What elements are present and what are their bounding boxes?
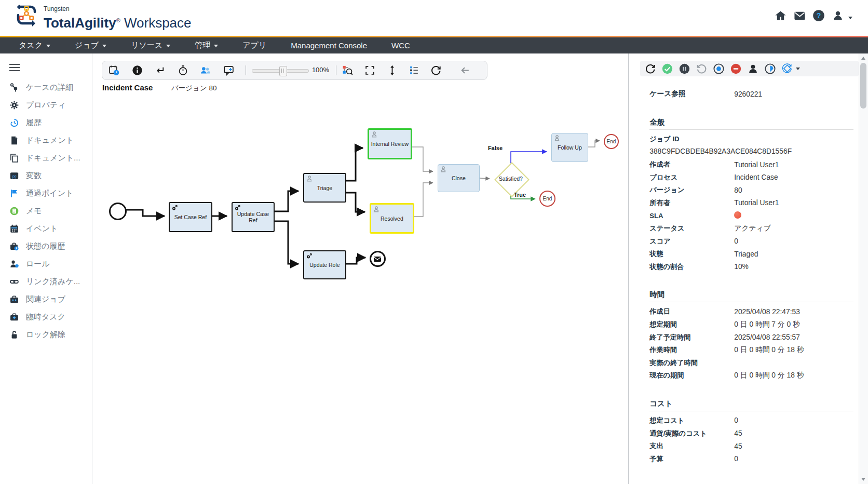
- details-section: 時間作成日2025/04/08 22:47:53想定期間0 日 0 時間 7 分…: [649, 289, 853, 382]
- sidebar-item-documents[interactable]: ドキュメント: [0, 131, 92, 149]
- detail-row: 通貨/実際のコスト45: [649, 427, 853, 440]
- detail-row: 状態Triaged: [649, 248, 853, 261]
- node-label: Follow Up: [558, 144, 582, 151]
- gears-icon: [234, 204, 241, 211]
- detail-value: 0: [734, 237, 738, 245]
- sidebar-item-variables[interactable]: (x)変数: [0, 167, 92, 184]
- end-event-node-follow-up[interactable]: End: [604, 134, 619, 149]
- activity-node-resolved[interactable]: Resolved: [370, 203, 414, 234]
- fit-screen-icon[interactable]: [364, 65, 375, 76]
- undo-icon[interactable]: [696, 63, 707, 74]
- zoom-slider[interactable]: [252, 69, 309, 73]
- chevron-down-icon[interactable]: [796, 68, 800, 70]
- retry-icon[interactable]: [782, 63, 793, 74]
- suspend-icon[interactable]: [730, 63, 741, 74]
- vertical-scrollbar[interactable]: [859, 53, 868, 484]
- milestones-list-icon[interactable]: [409, 65, 419, 76]
- brand-tungsten: Tungsten: [44, 5, 192, 12]
- sidebar-item-adhoc-tasks[interactable]: 臨時タスク: [0, 308, 92, 326]
- end-event-node-true[interactable]: End: [539, 191, 555, 207]
- details-section: 全般ジョブ ID388C9FDCBDEB4B92A3ACE084C8D1556F…: [649, 117, 853, 274]
- nav-item-jobs[interactable]: ジョブ: [75, 41, 106, 50]
- sidebar-item-related-jobs[interactable]: 関連ジョブ: [0, 290, 92, 308]
- detail-value: 10%: [734, 263, 749, 271]
- activity-node-update-case-ref[interactable]: Update Case Ref: [232, 202, 275, 232]
- activity-node-close[interactable]: Close: [438, 164, 480, 192]
- sidebar-item-documents-more[interactable]: ドキュメント...: [0, 149, 92, 167]
- message-end-event-node[interactable]: [370, 251, 386, 267]
- sidebar-item-properties[interactable]: プロパティ: [0, 96, 92, 114]
- timer-icon[interactable]: [178, 65, 188, 76]
- decision-node-satisfied[interactable]: Satisfied?: [499, 167, 522, 190]
- resources-icon[interactable]: [200, 65, 211, 76]
- sidebar-item-linked-cases[interactable]: リンク済みケ...: [0, 273, 92, 290]
- detail-value: 0: [734, 416, 738, 424]
- detail-value: 9260221: [734, 90, 762, 98]
- sidebar-item-notes[interactable]: メモ: [0, 202, 92, 220]
- activity-node-internal-review[interactable]: Internal Review: [368, 128, 412, 159]
- chevron-down-icon[interactable]: [848, 17, 852, 19]
- sla-status-dot: [734, 211, 741, 219]
- process-search-icon[interactable]: [342, 65, 353, 76]
- section-title: 全般: [649, 117, 853, 127]
- activity-node-set-case-ref[interactable]: Set Case Ref: [169, 202, 212, 232]
- section-title: 時間: [649, 289, 853, 300]
- detail-value: [734, 211, 741, 220]
- gear-icon: [9, 100, 19, 110]
- help-icon[interactable]: ?: [812, 9, 825, 22]
- back-icon[interactable]: [459, 65, 470, 76]
- detail-row: 想定期間0 日 0 時間 7 分 0 秒: [649, 318, 853, 331]
- scroll-up-icon[interactable]: [861, 57, 865, 60]
- activity-node-follow-up[interactable]: Follow Up: [551, 133, 588, 162]
- pause-icon[interactable]: [679, 63, 690, 74]
- user-icon[interactable]: [831, 9, 845, 22]
- refresh-icon[interactable]: [430, 65, 441, 76]
- detail-value: 0 日 0 時間 0 分 18 秒: [734, 345, 804, 355]
- sidebar-item-state-history[interactable]: 状態の履歴: [0, 237, 92, 255]
- node-label: Update Case Ref: [233, 211, 274, 223]
- sidebar-item-label: リンク済みケ...: [26, 277, 80, 287]
- schedule-icon[interactable]: [108, 65, 119, 76]
- scroll-thumb[interactable]: [860, 63, 866, 109]
- nav-item-management-console[interactable]: Management Console: [291, 41, 367, 50]
- fit-height-icon[interactable]: [387, 65, 398, 76]
- sidebar-item-case-details[interactable]: ケースの詳細: [0, 78, 92, 96]
- detail-label: ジョブ ID: [649, 133, 679, 146]
- detail-label: 想定期間: [649, 320, 734, 329]
- nav-item-apps[interactable]: アプリ: [242, 41, 266, 50]
- info-icon[interactable]: [132, 65, 143, 76]
- activity-node-triage[interactable]: Triage: [303, 173, 346, 203]
- start-event-node[interactable]: [109, 203, 127, 220]
- nav-item-wcc[interactable]: WCC: [391, 41, 410, 50]
- sidebar-item-events[interactable]: イベント: [0, 220, 92, 237]
- return-icon[interactable]: [155, 65, 166, 76]
- take-ownership-icon[interactable]: [748, 63, 758, 74]
- progress-icon[interactable]: [765, 63, 776, 74]
- divider: [246, 65, 246, 75]
- node-label: Update Role: [309, 262, 340, 268]
- process-version: バージョン 80: [171, 84, 217, 93]
- menu-toggle-icon[interactable]: [9, 64, 20, 71]
- scroll-down-icon[interactable]: [861, 478, 865, 481]
- nav-item-tasks[interactable]: タスク: [19, 41, 50, 50]
- sidebar-item-unlock[interactable]: ロック解除: [0, 326, 92, 343]
- detail-label: 状態の割合: [649, 262, 734, 272]
- activate-icon[interactable]: [713, 63, 724, 74]
- nav-item-resources[interactable]: リソース: [131, 41, 170, 50]
- zoom-slider-handle[interactable]: [279, 66, 287, 76]
- add-note-icon[interactable]: [223, 65, 234, 76]
- complete-icon[interactable]: [662, 63, 673, 74]
- detail-row: ジョブ ID388C9FDCBDEB4B92A3ACE084C8D1556F: [649, 133, 853, 158]
- node-label: Satisfied?: [492, 176, 530, 182]
- detail-row: ステータスアクティブ: [649, 222, 853, 235]
- refresh-icon[interactable]: [645, 63, 656, 74]
- sidebar-item-roles[interactable]: ロール: [0, 255, 92, 273]
- sidebar-item-label: イベント: [26, 224, 58, 234]
- sidebar-item-milestones[interactable]: 通過ポイント: [0, 184, 92, 202]
- nav-item-admin[interactable]: 管理: [195, 41, 218, 50]
- home-icon[interactable]: [774, 9, 787, 22]
- divider: [649, 302, 853, 302]
- activity-node-update-role[interactable]: Update Role: [303, 250, 346, 279]
- sidebar-item-history[interactable]: 履歴: [0, 114, 92, 131]
- mail-icon[interactable]: [793, 9, 806, 22]
